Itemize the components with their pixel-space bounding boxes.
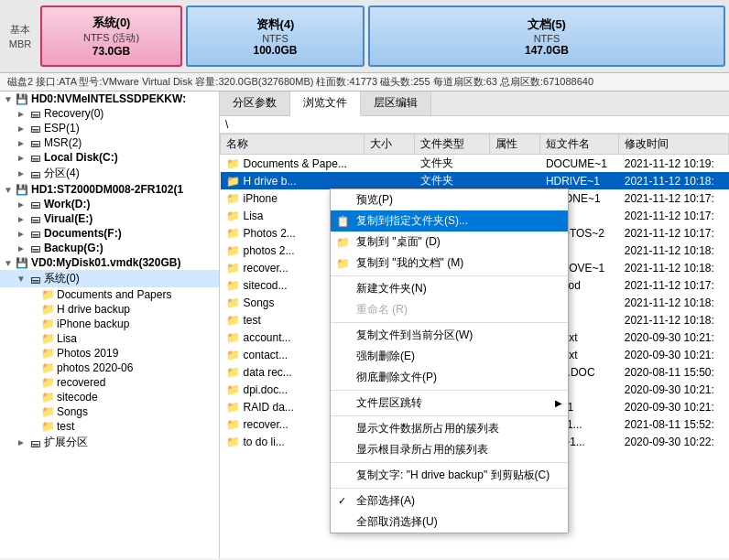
context-menu-separator bbox=[331, 275, 568, 276]
table-row[interactable]: 📁H drive b...文件夹HDRIVE~12021-11-12 10:18… bbox=[221, 172, 729, 189]
context-menu-item[interactable]: 显示文件数据所占用的簇列表 bbox=[331, 418, 568, 439]
tree-label: Documents(F:) bbox=[44, 227, 122, 240]
tree-toggle[interactable]: ► bbox=[15, 124, 27, 134]
file-icon: 📁 bbox=[226, 210, 240, 222]
tree-item[interactable]: ►🖴MSR(2) bbox=[0, 135, 219, 150]
col-type[interactable]: 文件类型 bbox=[415, 135, 490, 155]
tree-toggle[interactable]: ▼ bbox=[15, 274, 27, 284]
seg0-fs: NTFS (活动) bbox=[83, 31, 139, 45]
seg2-fs: NTFS bbox=[534, 33, 560, 44]
context-menu-item[interactable]: 预览(P) bbox=[331, 189, 568, 210]
col-size[interactable]: 大小 bbox=[364, 135, 414, 155]
col-name[interactable]: 名称 bbox=[221, 135, 364, 155]
context-menu-separator bbox=[331, 390, 568, 391]
tree-item[interactable]: 📁recovered bbox=[0, 375, 219, 390]
file-name-cell[interactable]: 📁H drive b... bbox=[221, 172, 364, 189]
tree-icon: 🖴 bbox=[27, 167, 42, 180]
partition-seg-1[interactable]: 资料(4) NTFS 100.0GB bbox=[186, 5, 364, 67]
file-icon: 📁 bbox=[226, 366, 240, 379]
tree-toggle[interactable]: ► bbox=[15, 138, 27, 148]
tree-item[interactable]: ►🖴Virual(E:) bbox=[0, 211, 219, 226]
tree-toggle[interactable]: ► bbox=[15, 153, 27, 163]
tree-item[interactable]: ▼🖴系统(0) bbox=[0, 270, 219, 287]
tree-item[interactable]: ►🖴扩展分区 bbox=[0, 434, 219, 451]
file-attr-cell bbox=[489, 172, 539, 189]
tree-toggle[interactable]: ► bbox=[15, 214, 27, 224]
seg2-name: 文档(5) bbox=[528, 16, 566, 33]
tree-item[interactable]: ►🖴Documents(F:) bbox=[0, 226, 219, 241]
tree-panel: ▼💾HD0:NVMeINTELSSDPEKKW:►🖴Recovery(0)►🖴E… bbox=[0, 92, 220, 558]
tree-item[interactable]: ►🖴Backup(G:) bbox=[0, 241, 219, 255]
context-menu-item[interactable]: 📁复制到 "我的文档" (M) bbox=[331, 253, 568, 274]
tree-icon: 📁 bbox=[40, 405, 55, 418]
col-modified[interactable]: 修改时间 bbox=[619, 135, 729, 155]
partition-seg-0[interactable]: 系统(0) NTFS (活动) 73.0GB bbox=[40, 5, 182, 67]
tree-item[interactable]: 📁test bbox=[0, 419, 219, 434]
context-menu-item[interactable]: 显示根目录所占用的簇列表 bbox=[331, 439, 568, 460]
file-name-cell[interactable]: 📁Documents & Pape... bbox=[221, 155, 364, 173]
tree-toggle[interactable]: ▼ bbox=[2, 185, 15, 195]
context-menu-item[interactable]: 📋复制到指定文件夹(S)... bbox=[331, 210, 568, 232]
tree-item[interactable]: ►🖴Recovery(0) bbox=[0, 106, 219, 121]
tree-icon: 📁 bbox=[40, 288, 55, 301]
partition-seg-2[interactable]: 文档(5) NTFS 147.0GB bbox=[368, 5, 725, 67]
tree-label: Lisa bbox=[57, 332, 77, 345]
context-menu-item[interactable]: 彻底删除文件(P) bbox=[331, 367, 568, 388]
tree-label: ESP(1) bbox=[44, 122, 80, 135]
tree-item[interactable]: 📁photos 2020-06 bbox=[0, 361, 219, 375]
tree-item[interactable]: ►🖴Work(D:) bbox=[0, 197, 219, 211]
ctx-item-label: 显示根目录所占用的簇列表 bbox=[356, 442, 488, 458]
tree-item[interactable]: 📁Documents and Papers bbox=[0, 287, 219, 302]
file-icon: 📁 bbox=[226, 436, 240, 448]
context-menu-item[interactable]: 复制文字: "H drive backup" 到剪贴板(C) bbox=[331, 465, 568, 486]
tree-item[interactable]: 📁Songs bbox=[0, 404, 219, 419]
file-type-cell: 文件夹 bbox=[415, 172, 490, 189]
tree-toggle[interactable]: ► bbox=[15, 243, 27, 253]
context-menu-item[interactable]: 全部取消选择(U) bbox=[331, 512, 568, 533]
seg0-size: 73.0GB bbox=[92, 45, 130, 58]
tree-toggle[interactable]: ► bbox=[15, 199, 27, 210]
context-menu-item[interactable]: 复制文件到当前分区(W) bbox=[331, 325, 568, 346]
tree-toggle[interactable]: ► bbox=[15, 229, 27, 239]
tree-item[interactable]: ▼💾HD0:NVMeINTELSSDPEKKW: bbox=[0, 92, 219, 106]
file-modified-cell: 2020-09-30 10:21: bbox=[619, 328, 729, 346]
tree-item[interactable]: ►🖴分区(4) bbox=[0, 165, 219, 182]
file-icon: 📁 bbox=[226, 175, 240, 188]
tab-partition-params[interactable]: 分区参数 bbox=[220, 92, 290, 115]
ctx-copy-icon: 📋 bbox=[336, 215, 350, 228]
submenu-arrow-icon: ▶ bbox=[555, 398, 562, 408]
context-menu-item[interactable]: ✓全部选择(A) bbox=[331, 490, 568, 512]
col-attr[interactable]: 属性 bbox=[489, 135, 539, 155]
tree-toggle[interactable]: ► bbox=[15, 168, 27, 178]
tree-item[interactable]: 📁H drive backup bbox=[0, 302, 219, 317]
file-modified-cell: 2021-11-12 10:17: bbox=[619, 224, 729, 242]
ctx-item-label: 文件层区跳转 bbox=[356, 395, 422, 411]
tab-browse-files[interactable]: 浏览文件 bbox=[290, 92, 361, 116]
tree-item[interactable]: ▼💾HD1:ST2000DM008-2FR102(1 bbox=[0, 182, 219, 197]
tree-item[interactable]: 📁sitecode bbox=[0, 390, 219, 404]
file-icon: 📁 bbox=[226, 262, 240, 275]
ctx-item-label: 复制文字: "H drive backup" 到剪贴板(C) bbox=[356, 468, 549, 483]
table-row[interactable]: 📁Documents & Pape...文件夹DOCUME~12021-11-1… bbox=[221, 155, 729, 173]
context-menu-item[interactable]: 文件层区跳转▶ bbox=[331, 393, 568, 414]
context-menu-item[interactable]: 重命名 (R) bbox=[331, 299, 568, 320]
tab-sector-edit[interactable]: 层区编辑 bbox=[361, 92, 431, 115]
tree-toggle[interactable]: ► bbox=[15, 109, 27, 119]
file-list-container[interactable]: 名称 大小 文件类型 属性 短文件名 bbox=[220, 134, 729, 558]
context-menu-item[interactable]: 强制删除(E) bbox=[331, 346, 568, 367]
tree-item[interactable]: ▼💾VD0:MyDisk01.vmdk(320GB) bbox=[0, 255, 219, 270]
ctx-item-label: 强制删除(E) bbox=[356, 349, 415, 364]
col-short[interactable]: 短文件名 bbox=[540, 135, 619, 155]
context-menu-item[interactable]: 📁复制到 "桌面" (D) bbox=[331, 232, 568, 253]
tree-item[interactable]: ►🖴ESP(1) bbox=[0, 121, 219, 135]
tree-item[interactable]: ►🖴Local Disk(C:) bbox=[0, 150, 219, 165]
tree-icon: 📁 bbox=[40, 347, 55, 360]
tree-toggle[interactable]: ▼ bbox=[2, 94, 15, 104]
tree-label: Photos 2019 bbox=[57, 347, 118, 360]
tree-toggle[interactable]: ▼ bbox=[2, 258, 15, 268]
tree-item[interactable]: 📁Photos 2019 bbox=[0, 346, 219, 361]
tree-toggle[interactable]: ► bbox=[15, 437, 27, 447]
tree-item[interactable]: 📁iPhone backup bbox=[0, 317, 219, 331]
tree-item[interactable]: 📁Lisa bbox=[0, 331, 219, 346]
context-menu-item[interactable]: 新建文件夹(N) bbox=[331, 278, 568, 299]
